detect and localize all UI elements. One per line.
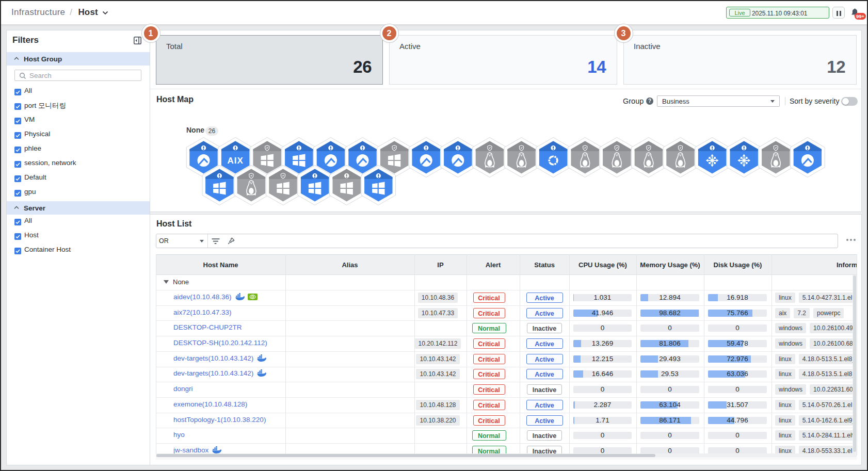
svg-text:AIX: AIX xyxy=(227,156,243,166)
